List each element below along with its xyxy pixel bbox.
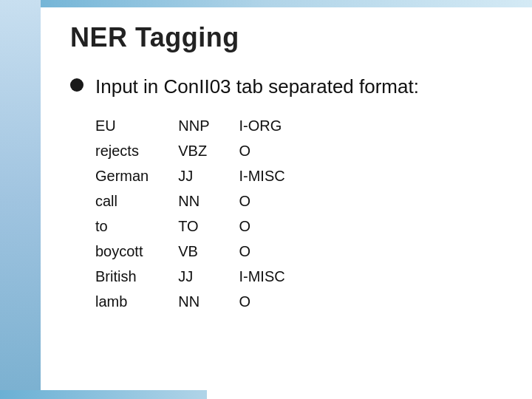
table-cell: O — [239, 138, 284, 163]
ner-table: EUNNPI-ORGrejectsVBZOGermanJJI-MISCcallN… — [95, 113, 285, 314]
table-cell: VB — [178, 239, 239, 264]
table-row: BritishJJI-MISC — [95, 264, 285, 289]
table-row: callNNO — [95, 188, 285, 214]
table-cell: lamb — [95, 289, 178, 314]
table-row: EUNNPI-ORG — [95, 113, 285, 138]
table-cell: I-ORG — [239, 113, 284, 138]
table-cell: to — [95, 214, 178, 239]
table-cell: EU — [95, 113, 178, 138]
bullet-icon — [70, 78, 83, 92]
bullet-section: Input in ConII03 tab separated format: — [70, 75, 502, 98]
table-cell: I-MISC — [239, 264, 284, 289]
table-cell: O — [239, 239, 284, 264]
table-cell: VBZ — [178, 138, 239, 163]
table-cell: JJ — [178, 264, 239, 289]
page-title: NER Tagging — [70, 22, 502, 53]
table-cell: German — [95, 163, 178, 188]
table-row: GermanJJI-MISC — [95, 163, 285, 188]
table-cell: O — [239, 214, 284, 239]
table-row: rejectsVBZO — [95, 138, 285, 163]
table-cell: TO — [178, 214, 239, 239]
table-row: boycottVBO — [95, 239, 285, 264]
main-content: NER Tagging Input in ConII03 tab separat… — [41, 0, 532, 399]
table-cell: boycott — [95, 239, 178, 264]
table-cell: NN — [178, 188, 239, 214]
subtitle-label: Input in ConII03 tab separated format: — [95, 75, 419, 98]
table-cell: call — [95, 188, 178, 214]
table-row: lambNNO — [95, 289, 285, 314]
table-cell: I-MISC — [239, 163, 284, 188]
table-cell: O — [239, 289, 284, 314]
table-cell: O — [239, 188, 284, 214]
table-section: EUNNPI-ORGrejectsVBZOGermanJJI-MISCcallN… — [95, 113, 502, 314]
left-bar — [0, 0, 41, 399]
table-cell: NN — [178, 289, 239, 314]
table-row: toTOO — [95, 214, 285, 239]
table-cell: JJ — [178, 163, 239, 188]
table-cell: rejects — [95, 138, 178, 163]
table-cell: British — [95, 264, 178, 289]
table-cell: NNP — [178, 113, 239, 138]
